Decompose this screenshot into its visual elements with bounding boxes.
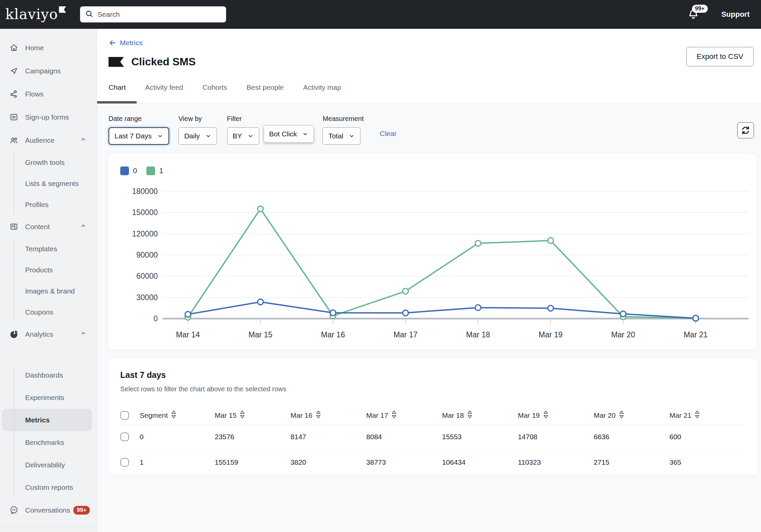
column-header-label: Mar 15 (215, 411, 236, 419)
value-cell: 106434 (442, 458, 518, 466)
refresh-button[interactable] (737, 122, 754, 138)
data-point-0-mar-21[interactable] (693, 315, 699, 321)
sidebar-item-conversations[interactable]: Conversations99+ (0, 498, 97, 522)
sort-icon[interactable] (171, 410, 176, 420)
data-point-0-mar-15[interactable] (258, 299, 263, 305)
legend-swatch (120, 167, 129, 175)
sidebar-item-label: Campaigns (25, 67, 87, 75)
data-point-0-mar-18[interactable] (475, 305, 481, 311)
tab-best-people[interactable]: Best people (247, 81, 284, 103)
sidebar-item-label: Audience (25, 136, 80, 144)
tab-activity-feed[interactable]: Activity feed (145, 81, 183, 103)
tab-chart[interactable]: Chart (109, 81, 126, 103)
measurement-select[interactable]: Total (323, 127, 360, 145)
search-input[interactable] (97, 10, 221, 18)
view-by-value: Daily (184, 132, 200, 140)
legend-entry-0[interactable]: 0 (120, 167, 137, 175)
sidebar-item-growth-tools[interactable]: Growth tools (0, 152, 97, 173)
filter-field-select[interactable]: BY (227, 127, 259, 145)
data-point-0-mar-17[interactable] (403, 310, 408, 316)
sidebar-item-lists-segments[interactable]: Lists & segments (0, 173, 97, 194)
view-by-select[interactable]: Daily (179, 127, 217, 145)
data-point-0-mar-20[interactable] (620, 311, 626, 317)
column-header-mar-18[interactable]: Mar 18 (442, 410, 518, 420)
data-point-0-mar-16[interactable] (330, 310, 336, 316)
sidebar-item-deliverability[interactable]: Deliverability (0, 454, 97, 476)
chevron-down-icon (157, 133, 163, 139)
audience-subgroup: Growth toolsLists & segmentsProfiles (0, 152, 97, 215)
sidebar-item-campaigns[interactable]: Campaigns (0, 59, 97, 82)
tab-activity-map[interactable]: Activity map (303, 81, 341, 103)
send-icon (9, 66, 18, 75)
data-point-0-mar-14[interactable] (185, 312, 191, 317)
select-all-checkbox[interactable] (120, 411, 129, 420)
support-link[interactable]: Support (721, 10, 750, 19)
data-point-1-mar-15[interactable] (258, 206, 263, 212)
data-point-1-mar-19[interactable] (548, 238, 553, 244)
sidebar-item-images-brand[interactable]: Images & brand (0, 280, 97, 302)
data-point-0-mar-19[interactable] (548, 305, 553, 311)
column-header-mar-20[interactable]: Mar 20 (594, 410, 669, 420)
row-checkbox[interactable] (120, 458, 129, 467)
audience-icon (9, 136, 18, 145)
x-axis-label: Mar 21 (684, 330, 708, 339)
y-axis-label: 90000 (136, 251, 158, 259)
sort-icon[interactable] (316, 410, 321, 420)
active-tab-underline (97, 101, 137, 104)
table-row-segment-1[interactable]: 11551593820387731064341103232715365 (120, 450, 745, 475)
data-point-1-mar-17[interactable] (403, 288, 408, 294)
value-cell: 3820 (290, 458, 366, 466)
global-search[interactable] (80, 6, 226, 22)
sidebar-item-sign-up-forms[interactable]: Sign-up forms (0, 106, 97, 129)
sidebar-item-metrics[interactable]: Metrics (2, 409, 92, 431)
legend-entry-1[interactable]: 1 (146, 167, 163, 175)
y-axis-label: 120000 (132, 229, 158, 238)
sort-icon[interactable] (240, 410, 245, 420)
form-icon (9, 113, 18, 122)
y-axis-label: 60000 (136, 272, 158, 280)
notifications-button[interactable]: 99+ (687, 8, 700, 21)
tab-cohorts[interactable]: Cohorts (203, 81, 227, 103)
sort-icon[interactable] (619, 410, 624, 420)
chevron-down-icon (248, 133, 254, 139)
sidebar-item-label: Home (25, 44, 87, 52)
sidebar-item-coupons[interactable]: Coupons (0, 302, 97, 323)
sort-icon[interactable] (392, 410, 397, 420)
klaviyo-wordmark: klaviyo (5, 4, 58, 24)
filter-value-select[interactable]: Bot Click (264, 125, 314, 143)
column-header-mar-17[interactable]: Mar 17 (366, 410, 442, 420)
sidebar-item-products[interactable]: Products (0, 259, 97, 280)
column-header-mar-15[interactable]: Mar 15 (215, 410, 290, 420)
table-row-segment-0[interactable]: 0235768147808415553147086636600 (120, 424, 745, 450)
sort-icon[interactable] (695, 410, 700, 420)
row-checkbox[interactable] (120, 433, 129, 441)
sidebar-item-experiments[interactable]: Experiments (0, 386, 97, 409)
sidebar-item-audience[interactable]: Audience (0, 129, 97, 152)
legend-label: 0 (133, 167, 137, 175)
export-to-csv-button[interactable]: Export to CSV (686, 47, 754, 66)
x-axis-label: Mar 19 (539, 330, 563, 339)
sidebar-item-profiles[interactable]: Profiles (0, 194, 97, 215)
sidebar-item-content[interactable]: Content (0, 215, 97, 238)
sidebar-item-benchmarks[interactable]: Benchmarks (0, 431, 97, 454)
sort-icon[interactable] (543, 410, 548, 420)
column-header-mar-19[interactable]: Mar 19 (518, 410, 594, 420)
sidebar-item-home[interactable]: Home (0, 36, 97, 59)
sidebar-item-custom-reports[interactable]: Custom reports (0, 476, 97, 498)
clear-filters-link[interactable]: Clear (380, 115, 397, 138)
breadcrumb[interactable]: Metrics (109, 39, 143, 47)
date-range-select[interactable]: Last 7 Days (109, 127, 169, 145)
value-cell: 2715 (594, 458, 669, 466)
column-header-label: Mar 21 (670, 411, 691, 419)
data-point-1-mar-18[interactable] (475, 241, 481, 246)
sidebar-item-analytics[interactable]: Analytics (0, 323, 97, 346)
column-header-mar-21[interactable]: Mar 21 (670, 410, 745, 420)
sidebar-item-templates[interactable]: Templates (0, 238, 97, 259)
column-header-segment[interactable]: Segment (140, 410, 215, 420)
column-header-mar-16[interactable]: Mar 16 (290, 410, 366, 420)
legend-label: 1 (159, 167, 163, 175)
sidebar-item-flows[interactable]: Flows (0, 82, 97, 106)
sort-icon[interactable] (467, 410, 472, 420)
klaviyo-logo[interactable]: klaviyo (5, 4, 66, 24)
sidebar-item-dashboards[interactable]: Dashboards (0, 364, 97, 386)
